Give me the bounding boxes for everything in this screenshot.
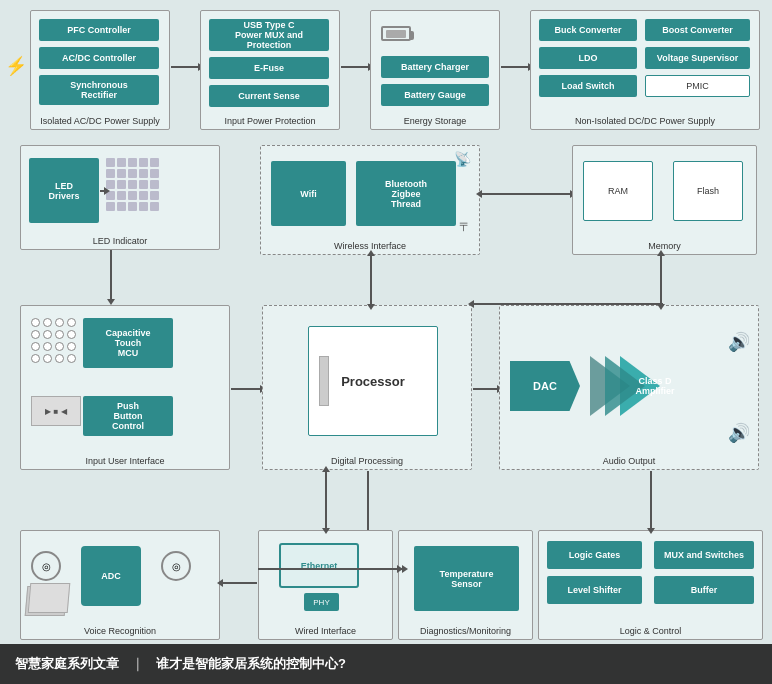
level-shifter-block: Level Shifter	[547, 576, 642, 604]
banner-divider: ｜	[131, 655, 144, 673]
wireless-group: Wifi BluetoothZigbeeThread 📡 〒 Wireless …	[260, 145, 480, 255]
isolated-power-group: PFC Controller AC/DC Controller Synchron…	[30, 10, 170, 130]
voltage-supervisor-block: Voltage Supervisor	[645, 47, 750, 69]
ldo-block: LDO	[539, 47, 637, 69]
class-d-amp-block: Class DAmplifier	[590, 346, 720, 426]
logic-gates-block: Logic Gates	[547, 541, 642, 569]
led-grid	[106, 158, 159, 211]
temp-sensor-block: TemperatureSensor	[414, 546, 519, 611]
boost-converter-block: Boost Converter	[645, 19, 750, 41]
mic-icon-2: ◎	[161, 551, 191, 581]
battery-charger-block: Battery Charger	[381, 56, 489, 78]
push-button-visual: ▶ ■ ◀	[31, 396, 81, 426]
arrow-proc-to-bottom	[367, 471, 369, 531]
input-power-group: USB Type CPower MUX andProtection E-Fuse…	[200, 10, 340, 130]
nonisolated-group: Buck Converter Boost Converter LDO Volta…	[530, 10, 760, 130]
banner-text2: 谁才是智能家居系统的控制中心?	[156, 655, 346, 673]
led-drivers-block: LEDDrivers	[29, 158, 99, 223]
arrow-h-mem-proc	[473, 303, 663, 305]
arrow-mem-to-wireless	[481, 193, 571, 195]
efuse-block: E-Fuse	[209, 57, 329, 79]
arrow-voice-to-wired	[222, 582, 257, 584]
arrow-wired-h	[258, 568, 398, 570]
cap-touch-block: CapacitiveTouchMCU	[83, 318, 173, 368]
processor-block: Processor	[308, 326, 438, 436]
audio-label: Audio Output	[500, 456, 758, 466]
battery-gauge-block: Battery Gauge	[381, 84, 489, 106]
input-power-label: Input Power Protection	[201, 116, 339, 126]
flash-block: Flash	[673, 161, 743, 221]
ethernet-visual: Ethernet	[279, 543, 359, 588]
led-group: LEDDrivers	[20, 145, 220, 250]
bluetooth-block: BluetoothZigbeeThread	[356, 161, 456, 226]
sync-rect-block: SynchronousRectifier	[39, 75, 159, 105]
buck-converter-block: Buck Converter	[539, 19, 637, 41]
pmic-block: PMIC	[645, 75, 750, 97]
memory-group: RAM Flash Memory	[572, 145, 757, 255]
isolated-power-label: Isolated AC/DC Power Supply	[31, 116, 169, 126]
mic-icon-1: ◎	[31, 551, 61, 581]
arrow-led-to-inputui	[110, 250, 112, 300]
banner-text1: 智慧家庭系列文章	[15, 655, 119, 673]
led-driver-arrow	[100, 190, 105, 192]
load-switch-block: Load Switch	[539, 75, 637, 97]
nonisolated-label: Non-Isolated DC/DC Power Supply	[531, 116, 759, 126]
arrow-energy-to-nonisolated	[501, 66, 529, 68]
arrow-input-to-energy	[341, 66, 369, 68]
ram-block: RAM	[583, 161, 653, 221]
pfc-controller-block: PFC Controller	[39, 19, 159, 41]
arrow-power-to-input	[171, 66, 199, 68]
antenna-icon-2: 〒	[459, 219, 471, 236]
bottom-banner: 智慧家庭系列文章 ｜ 谁才是智能家居系统的控制中心?	[0, 644, 772, 684]
arrow-wireless-to-proc	[370, 255, 372, 305]
plug-icon: ⚡	[5, 55, 27, 77]
speaker-icon-2: 🔊	[728, 422, 750, 444]
phy-block: PHY	[304, 593, 339, 611]
voice-group: ADC ◎ ◎ Voice Recognition	[20, 530, 220, 640]
arrow-proc-down-wired	[325, 471, 327, 529]
wifi-block: Wifi	[271, 161, 346, 226]
diagnostics-label: Diagnostics/Monitoring	[399, 626, 532, 636]
pages-visual-2	[28, 583, 71, 613]
digital-group: Processor Digital Processing	[262, 305, 472, 470]
arrow-proc-to-audio	[473, 388, 498, 390]
antenna-icon-1: 📡	[454, 151, 471, 167]
wired-label: Wired Interface	[259, 626, 392, 636]
buffer-block: Buffer	[654, 576, 754, 604]
logic-group: Logic Gates MUX and Switches Level Shift…	[538, 530, 763, 640]
energy-label: Energy Storage	[371, 116, 499, 126]
dac-block: DAC	[510, 361, 580, 411]
main-diagram: ⚡ PFC Controller AC/DC Controller Synchr…	[0, 0, 772, 684]
speaker-icon-1: 🔊	[728, 331, 750, 353]
audio-group: DAC Class DAmplifier 🔊 🔊 Audio Output	[499, 305, 759, 470]
arrow-audio-to-logic	[650, 471, 652, 529]
arrow-diag-start	[398, 568, 403, 570]
touch-grid	[31, 318, 76, 363]
adc-block: ADC	[81, 546, 141, 606]
led-label: LED Indicator	[21, 236, 219, 246]
push-button-block: PushButtonControl	[83, 396, 173, 436]
logic-label: Logic & Control	[539, 626, 762, 636]
current-sense-block: Current Sense	[209, 85, 329, 107]
arrow-mem-to-proc	[660, 255, 662, 305]
mux-switches-block: MUX and Switches	[654, 541, 754, 569]
input-ui-group: CapacitiveTouchMCU ▶ ■ ◀ PushButtonContr…	[20, 305, 230, 470]
digital-label: Digital Processing	[263, 456, 471, 466]
wired-group: Ethernet PHY Wired Interface	[258, 530, 393, 640]
usb-mux-block: USB Type CPower MUX andProtection	[209, 19, 329, 51]
energy-group: Battery Charger Battery Gauge Energy Sto…	[370, 10, 500, 130]
diagnostics-group: TemperatureSensor Diagnostics/Monitoring	[398, 530, 533, 640]
input-ui-label: Input User Interface	[21, 456, 229, 466]
acdc-controller-block: AC/DC Controller	[39, 47, 159, 69]
arrow-inputui-to-proc	[231, 388, 261, 390]
voice-label: Voice Recognition	[21, 626, 219, 636]
